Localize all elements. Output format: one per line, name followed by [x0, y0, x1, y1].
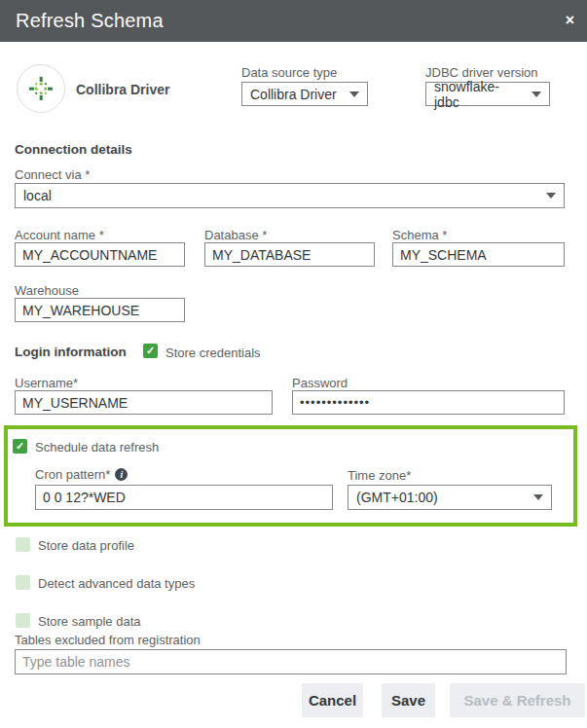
username-label: Username* [15, 376, 78, 390]
save-button[interactable]: Save [382, 683, 435, 717]
cancel-button[interactable]: Cancel [302, 683, 363, 717]
tables-excluded-label: Tables excluded from registration [15, 633, 201, 647]
chevron-down-icon [546, 193, 556, 199]
schedule-data-refresh-label: Schedule data refresh [35, 440, 159, 455]
time-zone-select[interactable]: (GMT+01:00) [348, 485, 552, 510]
store-data-profile-label: Store data profile [38, 538, 134, 553]
save-and-refresh-button[interactable]: Save & Refresh [450, 683, 585, 717]
collibra-logo [17, 64, 65, 113]
time-zone-label: Time zone* [348, 468, 411, 483]
tables-excluded-field[interactable] [15, 649, 567, 674]
database-label: Database * [204, 228, 267, 242]
account-name-field[interactable] [15, 242, 185, 267]
detect-advanced-data-types-checkbox[interactable] [16, 575, 30, 590]
connect-via-value: local [23, 188, 52, 203]
account-name-label: Account name * [15, 228, 104, 242]
data-source-type-select[interactable]: Collibra Driver [241, 82, 368, 106]
driver-name: Collibra Driver [76, 82, 169, 97]
store-sample-data-label: Store sample data [38, 614, 141, 629]
store-credentials-label: Store credentials [165, 346, 261, 360]
connect-via-label: Connect via * [15, 167, 90, 182]
schedule-data-refresh-checkbox[interactable]: ✓ [13, 439, 27, 454]
chevron-down-icon [532, 91, 541, 97]
chevron-down-icon [349, 91, 359, 97]
dialog-header: Refresh Schema × [0, 0, 587, 42]
password-field[interactable] [292, 390, 565, 415]
store-credentials-checkbox[interactable]: ✓ [143, 344, 158, 358]
jdbc-driver-version-value: snowflake-jdbc [434, 79, 524, 110]
password-label: Password [292, 376, 348, 390]
cron-pattern-label-row: Cron pattern* i [35, 467, 128, 482]
schema-field[interactable] [392, 242, 565, 267]
check-icon: ✓ [146, 345, 155, 357]
store-data-profile-checkbox[interactable] [16, 537, 30, 552]
info-icon[interactable]: i [115, 468, 128, 481]
collibra-logo-glyph [27, 75, 55, 102]
connection-details-heading: Connection details [15, 142, 132, 157]
login-information-heading: Login information [15, 345, 127, 359]
cron-pattern-label: Cron pattern* [35, 467, 110, 482]
chevron-down-icon [533, 494, 543, 500]
store-sample-data-checkbox[interactable] [16, 613, 30, 628]
dialog-title: Refresh Schema [16, 10, 164, 32]
schema-label: Schema * [392, 228, 447, 242]
connect-via-select[interactable]: local [15, 183, 565, 208]
refresh-schema-dialog: Refresh Schema × Collibra Driver Data so… [0, 0, 587, 728]
warehouse-label: Warehouse [15, 283, 79, 298]
data-source-type-value: Collibra Driver [250, 87, 337, 102]
detect-advanced-data-types-label: Detect advanced data types [38, 576, 195, 591]
check-icon: ✓ [16, 440, 24, 453]
jdbc-driver-version-select[interactable]: snowflake-jdbc [425, 82, 550, 106]
close-icon[interactable]: × [566, 11, 574, 30]
time-zone-value: (GMT+01:00) [356, 490, 438, 505]
data-source-type-label: Data source type [241, 65, 337, 80]
cron-pattern-field[interactable] [35, 485, 333, 510]
username-field[interactable] [15, 390, 273, 415]
database-field[interactable] [204, 242, 375, 267]
warehouse-field[interactable] [15, 298, 185, 322]
